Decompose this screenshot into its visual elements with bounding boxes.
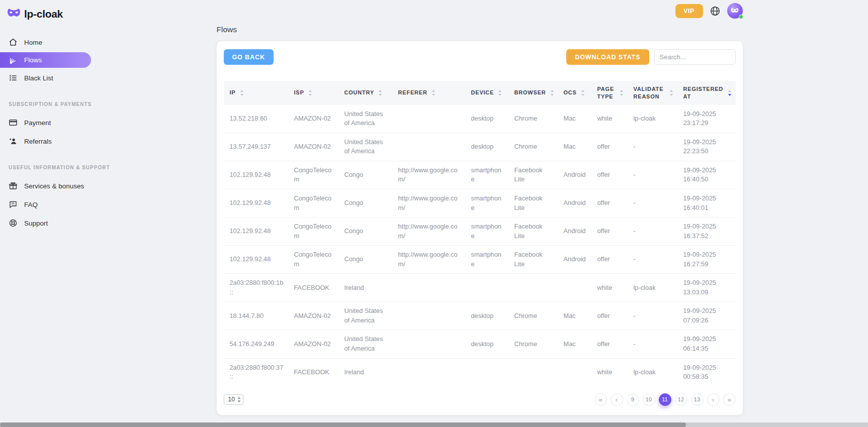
table-row: 2a03:2880:f800:1b::FACEBOOKIrelandwhitel… xyxy=(224,274,736,302)
table-cell: lp-cloak xyxy=(628,358,677,386)
table-cell: Android xyxy=(558,161,591,189)
table-cell: 19-09-2025 22:23:50 xyxy=(677,133,736,161)
sort-icon xyxy=(240,90,244,96)
sidebar-section: SUBSCRIPTION & PAYMENTSPaymentReferrals xyxy=(0,101,91,150)
sort-icon xyxy=(431,90,436,96)
sidebar-item-faq[interactable]: ?!FAQ xyxy=(0,196,91,213)
table-cell: desktop xyxy=(465,133,508,161)
sidebar-item-black-list[interactable]: Black List xyxy=(0,69,91,86)
sidebar-item-label: FAQ xyxy=(24,201,38,208)
sort-icon xyxy=(728,90,732,96)
last-page-button[interactable]: » xyxy=(723,393,736,406)
page-size-select[interactable]: 10 xyxy=(224,394,243,405)
column-header-ip[interactable]: IP xyxy=(224,81,288,105)
column-header-ocs[interactable]: OCS xyxy=(558,81,591,105)
table-cell xyxy=(392,330,465,358)
scrollbar-thumb[interactable] xyxy=(0,422,686,427)
table-cell: http://www.google.com/ xyxy=(392,189,465,217)
first-page-button[interactable]: « xyxy=(594,393,607,406)
next-page-button[interactable]: › xyxy=(707,393,720,406)
section-heading: SUBSCRIPTION & PAYMENTS xyxy=(0,101,91,107)
column-header-validate-reason[interactable]: VALIDATE REASON xyxy=(628,81,677,105)
table-cell: United States of America xyxy=(338,330,392,358)
table-cell: Mac xyxy=(558,330,591,358)
table-cell: white xyxy=(591,358,628,386)
column-header-country[interactable]: COUNTRY xyxy=(338,81,392,105)
column-header-page-type[interactable]: PAGE TYPE xyxy=(591,81,628,105)
table-cell: - xyxy=(628,189,677,217)
page-button-10[interactable]: 10 xyxy=(643,393,655,406)
table-cell: Congo xyxy=(338,189,392,217)
table-cell: 19-09-2025 23:17:29 xyxy=(677,105,736,133)
sort-icon xyxy=(550,90,554,96)
sidebar-item-referrals[interactable]: Referrals xyxy=(0,133,91,150)
column-label: VALIDATE REASON xyxy=(634,85,665,100)
sort-icon xyxy=(620,90,624,96)
table-cell: 19-09-2025 16:27:59 xyxy=(677,246,736,274)
table-cell: desktop xyxy=(465,105,508,133)
column-header-device[interactable]: DEVICE xyxy=(465,81,508,105)
sidebar-item-payment[interactable]: Payment xyxy=(0,114,91,131)
brand-logo[interactable]: lp-cloak xyxy=(0,5,91,21)
table-cell: desktop xyxy=(465,302,508,330)
go-back-button[interactable]: GO BACK xyxy=(224,49,274,65)
table-cell: white xyxy=(591,274,628,302)
prev-page-button[interactable]: ‹ xyxy=(611,393,623,406)
horizontal-scrollbar xyxy=(0,422,868,427)
download-stats-button[interactable]: DOWNLOAD STATS xyxy=(566,49,649,65)
gift-icon xyxy=(9,181,18,190)
table-cell: 2a03:2880:f800:1b:: xyxy=(224,274,288,302)
column-label: REFERER xyxy=(398,89,427,96)
table-cell: Mac xyxy=(558,133,591,161)
table-cell: lp-cloak xyxy=(628,274,677,302)
table-cell xyxy=(558,274,591,302)
table-cell xyxy=(508,358,558,386)
page-size-value: 10 xyxy=(228,396,235,403)
column-header-referer[interactable]: REFERER xyxy=(392,81,465,105)
sort-icon xyxy=(308,90,312,96)
table-cell: 102.129.92.48 xyxy=(224,246,288,274)
table-cell: Android xyxy=(558,246,591,274)
table-row: 102.129.92.48CongoTelecomCongohttp://www… xyxy=(224,189,736,217)
table-cell: desktop xyxy=(465,330,508,358)
table-cell: United States of America xyxy=(338,105,392,133)
vip-button[interactable]: VIP xyxy=(675,4,703,18)
table-cell: CongoTelecom xyxy=(288,246,338,274)
referrals-icon xyxy=(9,137,18,146)
column-header-registered-at[interactable]: REGISTERED AT xyxy=(677,81,736,105)
table-cell: offer xyxy=(591,246,628,274)
table-cell: smartphone xyxy=(465,218,508,246)
column-header-isp[interactable]: ISP xyxy=(288,81,338,105)
page-title: Flows xyxy=(217,25,743,34)
sidebar-item-services-bonuses[interactable]: Services & bonuses xyxy=(0,177,91,194)
table-cell: FACEBOOK xyxy=(288,358,338,386)
table-cell: 19-09-2025 16:40:50 xyxy=(677,161,736,189)
avatar[interactable] xyxy=(727,3,743,19)
column-header-browser[interactable]: BROWSER xyxy=(508,81,558,105)
globe-icon[interactable] xyxy=(710,6,721,17)
table-cell: Mac xyxy=(558,302,591,330)
table-cell: offer xyxy=(591,161,628,189)
pager: «‹910111213›» xyxy=(594,393,736,406)
support-icon xyxy=(9,219,18,228)
sidebar-item-home[interactable]: Home xyxy=(0,34,91,51)
table-cell xyxy=(508,274,558,302)
table-cell: 102.129.92.48 xyxy=(224,189,288,217)
table-cell xyxy=(392,133,465,161)
table-cell: Congo xyxy=(338,218,392,246)
search-input[interactable] xyxy=(654,49,736,65)
sidebar-item-support[interactable]: Support xyxy=(0,215,91,232)
table-cell: Facebook Lite xyxy=(508,161,558,189)
table-cell: offer xyxy=(591,330,628,358)
table-cell xyxy=(465,274,508,302)
page-button-11[interactable]: 11 xyxy=(659,393,671,406)
sidebar-item-flows[interactable]: Flows xyxy=(0,52,91,68)
page-button-12[interactable]: 12 xyxy=(675,393,687,406)
sidebar-item-label: Black List xyxy=(24,74,53,82)
table-cell xyxy=(558,358,591,386)
sidebar-nav-main: HomeFlowsBlack List xyxy=(0,34,91,86)
page-button-13[interactable]: 13 xyxy=(691,393,704,406)
page-button-9[interactable]: 9 xyxy=(627,393,639,406)
table-row: 102.129.92.48CongoTelecomCongohttp://www… xyxy=(224,218,736,246)
sidebar-sections: SUBSCRIPTION & PAYMENTSPaymentReferralsU… xyxy=(0,101,91,232)
